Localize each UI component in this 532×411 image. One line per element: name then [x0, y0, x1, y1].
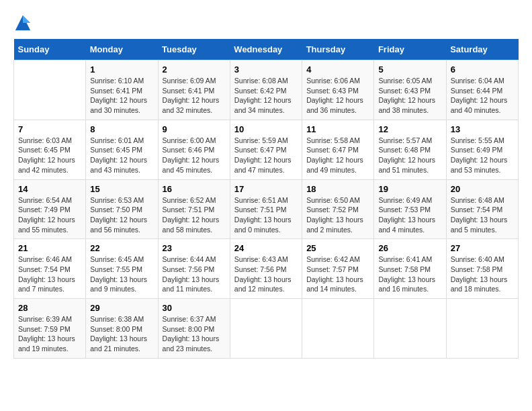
page-header: [13, 13, 519, 32]
calendar-cell: [446, 299, 518, 359]
day-of-week-wednesday: Wednesday: [230, 39, 302, 60]
day-info: Sunrise: 6:08 AMSunset: 6:42 PMDaylight:…: [234, 76, 298, 116]
day-info: Sunrise: 6:01 AMSunset: 6:45 PMDaylight:…: [90, 136, 153, 175]
logo: [13, 13, 35, 32]
day-info: Sunrise: 6:50 AMSunset: 7:52 PMDaylight:…: [306, 195, 369, 235]
day-number: 27: [451, 243, 514, 253]
day-info: Sunrise: 6:51 AMSunset: 7:51 PMDaylight:…: [234, 195, 298, 235]
day-number: 25: [306, 243, 369, 253]
day-number: 4: [306, 64, 369, 75]
calendar-cell: 12Sunrise: 5:57 AMSunset: 6:48 PMDayligh…: [374, 120, 446, 179]
calendar-cell: 4Sunrise: 6:06 AMSunset: 6:43 PMDaylight…: [302, 60, 374, 120]
day-info: Sunrise: 6:49 AMSunset: 7:53 PMDaylight:…: [378, 195, 441, 235]
day-number: 24: [234, 243, 298, 253]
day-number: 18: [306, 184, 369, 194]
day-info: Sunrise: 6:43 AMSunset: 7:56 PMDaylight:…: [234, 255, 298, 294]
day-number: 5: [378, 64, 441, 75]
day-number: 21: [18, 243, 81, 253]
day-info: Sunrise: 5:57 AMSunset: 6:48 PMDaylight:…: [378, 136, 441, 175]
day-info: Sunrise: 6:38 AMSunset: 8:00 PMDaylight:…: [90, 314, 153, 354]
day-info: Sunrise: 5:59 AMSunset: 6:47 PMDaylight:…: [234, 136, 298, 175]
day-number: 17: [234, 184, 298, 194]
calendar-cell: 27Sunrise: 6:40 AMSunset: 7:58 PMDayligh…: [446, 239, 518, 299]
week-row-5: 28Sunrise: 6:39 AMSunset: 7:59 PMDayligh…: [14, 299, 519, 359]
week-row-1: 1Sunrise: 6:10 AMSunset: 6:41 PMDaylight…: [14, 60, 519, 120]
calendar-cell: [302, 299, 374, 359]
day-info: Sunrise: 6:05 AMSunset: 6:43 PMDaylight:…: [378, 76, 441, 116]
day-number: 30: [163, 303, 226, 313]
calendar-cell: 8Sunrise: 6:01 AMSunset: 6:45 PMDaylight…: [86, 120, 158, 179]
day-info: Sunrise: 6:39 AMSunset: 7:59 PMDaylight:…: [18, 314, 81, 354]
day-info: Sunrise: 6:44 AMSunset: 7:56 PMDaylight:…: [163, 255, 226, 294]
calendar-cell: 11Sunrise: 5:58 AMSunset: 6:47 PMDayligh…: [302, 120, 374, 179]
calendar-cell: 30Sunrise: 6:37 AMSunset: 8:00 PMDayligh…: [158, 299, 230, 359]
day-number: 10: [234, 124, 298, 134]
calendar-header-row: SundayMondayTuesdayWednesdayThursdayFrid…: [14, 39, 519, 60]
calendar-cell: [230, 299, 302, 359]
day-info: Sunrise: 6:10 AMSunset: 6:41 PMDaylight:…: [90, 76, 153, 116]
calendar-cell: 24Sunrise: 6:43 AMSunset: 7:56 PMDayligh…: [230, 239, 302, 299]
calendar-cell: 29Sunrise: 6:38 AMSunset: 8:00 PMDayligh…: [86, 299, 158, 359]
calendar-cell: 6Sunrise: 6:04 AMSunset: 6:44 PMDaylight…: [446, 60, 518, 120]
calendar-cell: 7Sunrise: 6:03 AMSunset: 6:45 PMDaylight…: [14, 120, 86, 179]
calendar-cell: 28Sunrise: 6:39 AMSunset: 7:59 PMDayligh…: [14, 299, 86, 359]
calendar-cell: 23Sunrise: 6:44 AMSunset: 7:56 PMDayligh…: [158, 239, 230, 299]
week-row-2: 7Sunrise: 6:03 AMSunset: 6:45 PMDaylight…: [14, 120, 519, 179]
calendar-cell: 22Sunrise: 6:45 AMSunset: 7:55 PMDayligh…: [86, 239, 158, 299]
day-number: 15: [90, 184, 153, 194]
calendar-cell: 15Sunrise: 6:53 AMSunset: 7:50 PMDayligh…: [86, 179, 158, 239]
week-row-4: 21Sunrise: 6:46 AMSunset: 7:54 PMDayligh…: [14, 239, 519, 299]
calendar-cell: 26Sunrise: 6:41 AMSunset: 7:58 PMDayligh…: [374, 239, 446, 299]
day-info: Sunrise: 6:54 AMSunset: 7:49 PMDaylight:…: [18, 195, 81, 235]
day-number: 26: [378, 243, 441, 253]
calendar-cell: 5Sunrise: 6:05 AMSunset: 6:43 PMDaylight…: [374, 60, 446, 120]
day-info: Sunrise: 6:40 AMSunset: 7:58 PMDaylight:…: [451, 255, 514, 294]
day-info: Sunrise: 6:00 AMSunset: 6:46 PMDaylight:…: [163, 136, 226, 175]
day-number: 6: [451, 64, 514, 75]
day-number: 23: [163, 243, 226, 253]
day-info: Sunrise: 6:09 AMSunset: 6:41 PMDaylight:…: [163, 76, 226, 116]
calendar-cell: 20Sunrise: 6:48 AMSunset: 7:54 PMDayligh…: [446, 179, 518, 239]
day-of-week-sunday: Sunday: [14, 39, 86, 60]
calendar-cell: 19Sunrise: 6:49 AMSunset: 7:53 PMDayligh…: [374, 179, 446, 239]
day-number: 2: [163, 64, 226, 75]
day-info: Sunrise: 6:42 AMSunset: 7:57 PMDaylight:…: [306, 255, 369, 294]
calendar-cell: 2Sunrise: 6:09 AMSunset: 6:41 PMDaylight…: [158, 60, 230, 120]
day-info: Sunrise: 6:48 AMSunset: 7:54 PMDaylight:…: [451, 195, 514, 235]
day-info: Sunrise: 6:41 AMSunset: 7:58 PMDaylight:…: [378, 255, 441, 294]
day-number: 13: [451, 124, 514, 134]
calendar-cell: 3Sunrise: 6:08 AMSunset: 6:42 PMDaylight…: [230, 60, 302, 120]
day-of-week-friday: Friday: [374, 39, 446, 60]
day-of-week-tuesday: Tuesday: [158, 39, 230, 60]
calendar-cell: 9Sunrise: 6:00 AMSunset: 6:46 PMDaylight…: [158, 120, 230, 179]
day-of-week-monday: Monday: [86, 39, 158, 60]
day-number: 12: [378, 124, 441, 134]
day-of-week-thursday: Thursday: [302, 39, 374, 60]
day-number: 7: [18, 124, 81, 134]
day-info: Sunrise: 5:55 AMSunset: 6:49 PMDaylight:…: [451, 136, 514, 175]
day-number: 9: [163, 124, 226, 134]
calendar-cell: 21Sunrise: 6:46 AMSunset: 7:54 PMDayligh…: [14, 239, 86, 299]
logo-icon: [13, 13, 32, 32]
day-number: 11: [306, 124, 369, 134]
day-info: Sunrise: 6:45 AMSunset: 7:55 PMDaylight:…: [90, 255, 153, 294]
day-number: 3: [234, 64, 298, 75]
day-number: 22: [90, 243, 153, 253]
day-number: 1: [90, 64, 153, 75]
day-info: Sunrise: 6:06 AMSunset: 6:43 PMDaylight:…: [306, 76, 369, 116]
calendar-table: SundayMondayTuesdayWednesdayThursdayFrid…: [13, 39, 519, 359]
day-number: 8: [90, 124, 153, 134]
day-info: Sunrise: 6:52 AMSunset: 7:51 PMDaylight:…: [163, 195, 226, 235]
calendar-cell: 14Sunrise: 6:54 AMSunset: 7:49 PMDayligh…: [14, 179, 86, 239]
calendar-cell: 16Sunrise: 6:52 AMSunset: 7:51 PMDayligh…: [158, 179, 230, 239]
svg-marker-1: [23, 15, 30, 23]
day-info: Sunrise: 6:53 AMSunset: 7:50 PMDaylight:…: [90, 195, 153, 235]
day-number: 29: [90, 303, 153, 313]
calendar-cell: 17Sunrise: 6:51 AMSunset: 7:51 PMDayligh…: [230, 179, 302, 239]
day-info: Sunrise: 6:46 AMSunset: 7:54 PMDaylight:…: [18, 255, 81, 294]
calendar-cell: 18Sunrise: 6:50 AMSunset: 7:52 PMDayligh…: [302, 179, 374, 239]
calendar-cell: [374, 299, 446, 359]
calendar-cell: 13Sunrise: 5:55 AMSunset: 6:49 PMDayligh…: [446, 120, 518, 179]
calendar-cell: 25Sunrise: 6:42 AMSunset: 7:57 PMDayligh…: [302, 239, 374, 299]
day-info: Sunrise: 6:03 AMSunset: 6:45 PMDaylight:…: [18, 136, 81, 175]
